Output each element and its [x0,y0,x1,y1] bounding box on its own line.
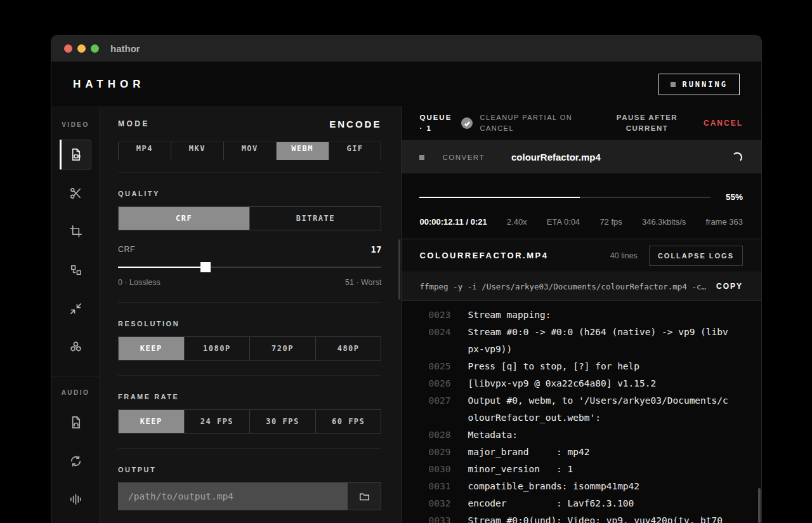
resolution-1080p[interactable]: 1080P [185,337,251,360]
crf-slider-thumb[interactable] [200,262,211,272]
mode-value: ENCODE [329,119,381,129]
quality-mode-crf[interactable]: CRF [119,207,250,230]
framerate-keep[interactable]: KEEP [119,410,185,433]
settings-panel: MODE ENCODE MP4 MKV MOV WEBM GIF QUALITY… [100,106,402,523]
title-bar[interactable]: hathor [51,36,761,62]
job-type: CONVERT [442,154,485,161]
crf-slider[interactable] [118,262,381,272]
split-icon [69,263,83,277]
log-line-text: major_brand : mp42 [468,444,728,461]
sidebar-item-encode[interactable] [60,140,91,169]
framerate-label: FRAME RATE [118,393,381,401]
log-line-text: Metadata: [468,427,728,444]
app-window: hathor HATHOR RUNNING VIDEO [51,35,762,523]
log-line-text: encoder : Lavf62.3.100 [468,495,728,512]
pause-after-current-button[interactable]: PAUSE AFTER CURRENT [610,112,684,134]
resolution-keep[interactable]: KEEP [119,337,185,360]
running-label: RUNNING [682,80,728,89]
resolution-480p[interactable]: 480P [316,337,381,360]
running-status-button[interactable]: RUNNING [658,74,740,95]
collapse-logs-button[interactable]: COLLAPSE LOGS [649,246,743,266]
stat-fps: 72 fps [599,217,622,227]
tab-mp4[interactable]: MP4 [119,142,171,160]
output-path-input[interactable] [118,482,348,510]
log-line-number: 0025 [428,358,454,375]
tab-mkv[interactable]: MKV [171,142,224,160]
cleanup-label: CLEANUP PARTIAL ON CANCEL [480,112,581,134]
scissors-icon [69,186,83,201]
close-window-button[interactable] [64,44,72,53]
file-video-icon [69,147,83,162]
minimize-window-button[interactable] [77,44,86,53]
job-bullet-icon [419,155,424,160]
spinner-icon [732,152,742,162]
sidebar-item-split[interactable] [60,255,91,285]
sidebar-item-audio-file[interactable] [60,407,91,437]
sidebar-item-trim[interactable] [60,178,91,208]
window-scrollbar[interactable] [758,488,761,523]
log-line: 0025Press [q] to stop, [?] for help [402,358,761,375]
progress-stats: 00:00:12.11 / 0:21 2.40x ETA 0:04 72 fps… [419,217,743,227]
cancel-button[interactable]: CANCEL [704,119,743,128]
crf-row: CRF 17 [118,244,381,255]
log-line-text: Stream #0:0(und): Video: vp9, yuv420p(tv… [468,512,728,523]
format-tabs-clip: MP4 MKV MOV WEBM GIF [118,142,381,160]
cubes-icon [69,340,83,354]
log-line-text: Output #0, webm, to '/Users/arkye03/Docu… [468,392,728,427]
mode-label: MODE [118,119,150,128]
log-line: 0026[libvpx-vp9 @ 0xa22c64a80] v1.15.2 [402,375,761,392]
log-line: 0024Stream #0:0 -> #0:0 (h264 (native) -… [402,324,761,358]
tab-webm[interactable]: WEBM [277,142,329,160]
log-output[interactable]: 0023Stream mapping: 0024Stream #0:0 -> #… [402,301,761,523]
progress-percent: 55% [726,192,743,202]
settings-scrollbar[interactable] [398,239,400,300]
sidebar-section-audio: AUDIO [62,389,90,396]
job-filename: colourRefactor.mp4 [511,152,601,162]
browse-output-button[interactable] [348,482,381,510]
framerate-60[interactable]: 60 FPS [316,410,381,433]
tab-gif[interactable]: GIF [329,142,381,160]
cleanup-checkbox[interactable] [461,117,473,129]
cleanup-option: CLEANUP PARTIAL ON CANCEL [461,112,581,134]
job-row[interactable]: CONVERT colourRefactor.mp4 [402,141,761,174]
framerate-24[interactable]: 24 FPS [185,410,251,433]
stat-frame: frame 363 [705,217,743,227]
sidebar-item-crop[interactable] [60,216,91,246]
quality-mode-toggle: CRF BITRATE [118,206,381,230]
file-audio-icon [69,415,83,430]
waveform-icon [69,492,83,506]
quality-mode-bitrate[interactable]: BITRATE [250,207,381,230]
log-line-text: minor_version : 1 [468,461,728,478]
framerate-30[interactable]: 30 FPS [250,410,316,433]
section-divider [118,172,381,173]
log-line-text: [libvpx-vp9 @ 0xa22c64a80] v1.15.2 [468,375,728,392]
progress-section: 55% 00:00:12.11 / 0:21 2.40x ETA 0:04 72… [402,174,761,239]
copy-command-button[interactable]: COPY [716,282,743,291]
log-line-number: 0026 [428,375,454,392]
folder-icon [358,491,370,503]
sidebar-item-stack[interactable] [60,332,91,362]
log-line-text: Stream #0:0 -> #0:0 (h264 (native) -> vp… [468,324,728,358]
queue-title: QUEUE · 1 [419,112,456,134]
log-line: 0032encoder : Lavf62.3.100 [402,495,761,512]
progress-fill [419,197,579,198]
resolution-720p[interactable]: 720P [250,337,316,360]
tab-mov[interactable]: MOV [224,142,277,160]
queue-panel: QUEUE · 1 CLEANUP PARTIAL ON CANCEL PAUS… [402,106,761,523]
log-line: 0028Metadata: [402,427,761,444]
ffmpeg-command: ffmpeg -y -i /Users/arkye03/Documents/co… [419,282,706,291]
log-line-number: 0032 [428,495,454,512]
quality-label: QUALITY [118,190,381,197]
sidebar-item-waveform[interactable] [60,484,91,514]
log-line-number: 0024 [428,324,454,358]
crf-slider-fill [118,267,206,268]
log-line-text: Press [q] to stop, [?] for help [468,358,728,375]
zoom-window-button[interactable] [91,44,99,53]
stat-bitrate: 346.3kbits/s [642,217,686,227]
sidebar-item-audio-convert[interactable] [60,446,91,476]
log-line-number: 0027 [428,392,454,427]
log-line-number: 0030 [428,461,454,478]
sidebar-item-compress[interactable] [60,294,91,324]
command-bar: ffmpeg -y -i /Users/arkye03/Documents/co… [402,272,761,301]
log-line: 0033Stream #0:0(und): Video: vp9, yuv420… [402,512,761,523]
